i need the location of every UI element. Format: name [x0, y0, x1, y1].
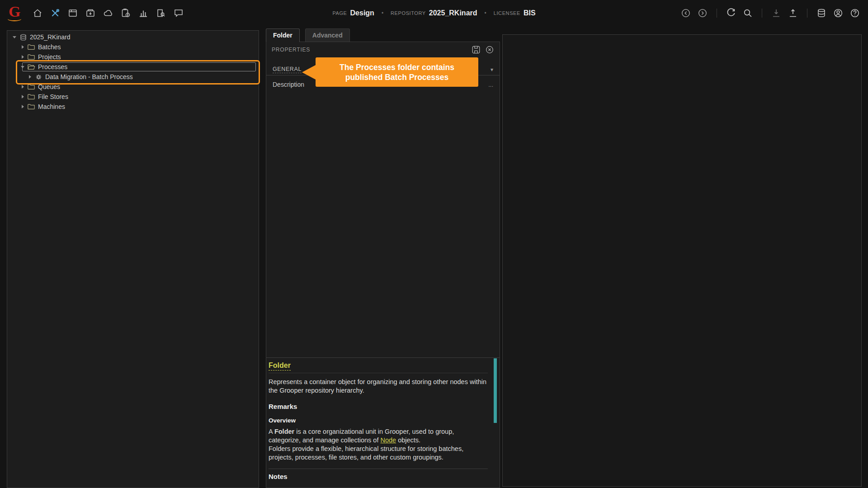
expand-arrow-icon[interactable]: [19, 103, 26, 110]
expand-arrow-icon[interactable]: [11, 33, 18, 41]
context-breadcrumb: PAGE Design • REPOSITORY 2025_RKinard • …: [332, 0, 535, 26]
folder-icon: [26, 83, 36, 91]
save-icon[interactable]: [472, 45, 481, 54]
toolbar-divider: [807, 9, 807, 18]
help-icon[interactable]: [849, 7, 861, 19]
tree-item-label: Queues: [38, 83, 60, 90]
page-label: PAGE: [332, 10, 347, 16]
refresh-icon[interactable]: [725, 7, 737, 19]
doc-text: Folders provide a flexible, hierarchical…: [269, 445, 463, 461]
jobs-icon[interactable]: [120, 7, 132, 19]
expand-arrow-icon[interactable]: [19, 93, 26, 100]
batch-process-icon[interactable]: [85, 7, 96, 19]
selection-outline: [22, 62, 256, 71]
folder-icon: [26, 53, 36, 61]
toolbar-divider: [717, 9, 717, 18]
doc-summary: Represents a container object for organi…: [269, 378, 488, 395]
properties-panel: PROPERTIES GENERAL ▾ Description ... Fol…: [266, 42, 500, 488]
properties-header: PROPERTIES: [266, 42, 500, 57]
imports-icon[interactable]: [102, 7, 114, 19]
tree-item-queues[interactable]: Queues: [7, 82, 259, 92]
document-search-icon[interactable]: [155, 7, 167, 19]
callout-text-line1: The Processes folder contains: [340, 62, 454, 72]
expand-arrow-icon[interactable]: [19, 43, 26, 51]
separator-dot: •: [382, 10, 383, 16]
node-tree-panel: 2025_RKinard Batches Projects Processes …: [7, 30, 259, 488]
doc-bold-folder: Folder: [274, 428, 294, 435]
content-panel: [502, 34, 862, 487]
gear-icon: [33, 73, 43, 81]
licensee-label: LICENSEE: [494, 10, 520, 16]
node-link[interactable]: Node: [380, 436, 396, 444]
doc-title-bar: Folder: [269, 361, 488, 373]
description-label: Description: [273, 81, 304, 88]
separator-dot: •: [485, 10, 486, 16]
expand-arrow-icon[interactable]: [19, 83, 26, 90]
design-tools-icon[interactable]: [49, 7, 61, 19]
folder-icon: [26, 43, 36, 51]
upload-icon[interactable]: [787, 7, 799, 19]
repository-value: 2025_RKinard: [429, 9, 477, 17]
expand-arrow-icon[interactable]: [26, 73, 33, 80]
chat-icon[interactable]: [173, 7, 184, 19]
tab-advanced[interactable]: Advanced: [305, 28, 350, 42]
callout-text-line2: published Batch Processes: [345, 72, 449, 82]
tree-item-machines[interactable]: Machines: [7, 102, 259, 112]
doc-remarks-heading: Remarks: [269, 403, 488, 410]
doc-title[interactable]: Folder: [269, 361, 291, 371]
properties-actions: [472, 45, 494, 54]
tree-item-label: Projects: [38, 53, 61, 61]
doc-text: objects.: [396, 436, 420, 444]
doc-text: is a core organizational unit in Grooper…: [269, 428, 454, 444]
close-icon[interactable]: [485, 45, 494, 54]
download-icon[interactable]: [770, 7, 782, 19]
user-icon[interactable]: [832, 7, 844, 19]
doc-paragraph: A Folder is a core organizational unit i…: [269, 427, 488, 462]
documentation-pane: Folder Represents a container object for…: [266, 357, 500, 488]
database-icon: [18, 33, 28, 41]
folder-icon: [26, 103, 36, 111]
doc-notes-heading: Notes: [269, 473, 488, 480]
page-value: Design: [350, 9, 374, 17]
search-icon[interactable]: [742, 7, 754, 19]
doc-overview-heading: Overview: [269, 417, 488, 424]
tree-item-processes[interactable]: Processes: [7, 62, 259, 72]
properties-tab-strip: Folder Advanced: [266, 28, 350, 42]
properties-title: PROPERTIES: [272, 47, 310, 53]
tree-item-data-migration-batch-process[interactable]: Data Migration - Batch Process: [7, 72, 259, 82]
doc-divider: [269, 469, 488, 469]
stats-icon[interactable]: [137, 7, 149, 19]
description-more-button[interactable]: ...: [488, 81, 493, 88]
tree-item-label: File Stores: [38, 93, 68, 100]
tree-item-label: Machines: [38, 103, 65, 110]
top-bar: G PAGE Design • REPO: [0, 0, 868, 26]
batches-icon[interactable]: [67, 7, 79, 19]
tree-item-file-stores[interactable]: File Stores: [7, 92, 259, 102]
general-section-label: GENERAL: [273, 66, 302, 73]
licensee-value: BIS: [524, 9, 536, 17]
tab-folder[interactable]: Folder: [266, 28, 300, 42]
tree-item-label: Batches: [38, 43, 61, 51]
main-toolbar: [32, 7, 184, 19]
chevron-down-icon[interactable]: ▾: [491, 66, 493, 73]
back-icon[interactable]: [680, 7, 692, 19]
tree-item-repository-root[interactable]: 2025_RKinard: [7, 32, 259, 42]
tree-item-projects[interactable]: Projects: [7, 52, 259, 62]
repository-label: REPOSITORY: [391, 10, 426, 16]
tree-item-batches[interactable]: Batches: [7, 42, 259, 52]
folder-icon: [26, 93, 36, 101]
toolbar-divider: [762, 9, 762, 18]
doc-text: A: [269, 428, 274, 435]
annotation-callout: The Processes folder contains published …: [316, 57, 478, 87]
doc-scrollbar-thumb[interactable]: [494, 358, 497, 423]
expand-arrow-icon[interactable]: [19, 53, 26, 61]
forward-icon[interactable]: [697, 7, 708, 19]
database-icon[interactable]: [816, 7, 827, 19]
tree-item-label: Data Migration - Batch Process: [45, 73, 133, 80]
home-icon[interactable]: [32, 7, 43, 19]
right-toolbar: [680, 7, 861, 19]
tree-item-label: 2025_RKinard: [30, 33, 71, 41]
grooper-logo[interactable]: G: [7, 4, 22, 22]
